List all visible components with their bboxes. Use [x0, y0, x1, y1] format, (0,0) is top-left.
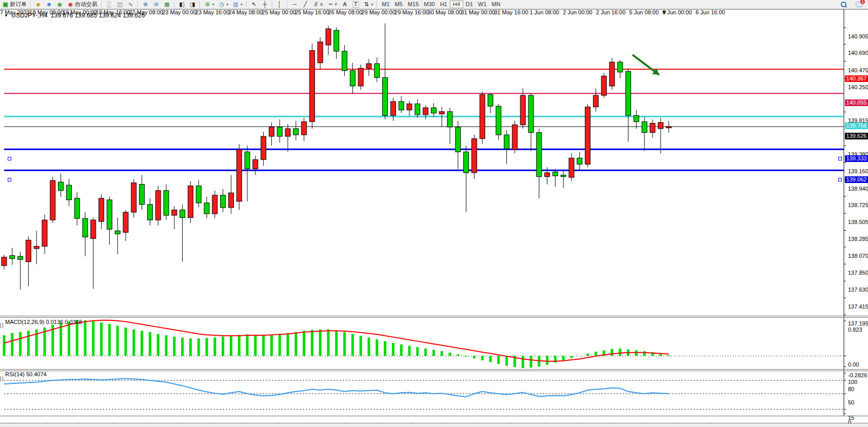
text-label-icon: T	[352, 1, 359, 8]
time-axis-label: 19 May 00:00	[63, 9, 97, 15]
toolbar-separator	[287, 1, 288, 8]
chart-window[interactable]: ▼ USDJPY-,H4 139.676 139.685 139.624 139…	[0, 9, 868, 423]
rsi-tick-label: 80	[848, 386, 854, 392]
rsi-tick-label: 100	[848, 379, 857, 385]
timeframe-button-m5[interactable]: M5	[392, 1, 405, 8]
toolbar-separator	[200, 1, 201, 8]
timeframe-button-d1[interactable]: D1	[463, 1, 476, 8]
time-axis-label: 31 May 00:00	[461, 9, 495, 15]
profile-icon: ☻	[46, 1, 52, 8]
candle-chart-button[interactable]: ◫	[114, 1, 125, 8]
periods-button[interactable]: ◷▾	[216, 1, 231, 8]
crosshair-tool-button[interactable]: ┼	[260, 1, 270, 8]
timeframe-button-h1[interactable]: H1	[438, 1, 450, 8]
templates-button[interactable]: ▥▾	[230, 1, 245, 8]
price-level-badge: 139.626	[845, 133, 868, 139]
search-button[interactable]	[839, 1, 849, 8]
new-order-label: 新订单	[10, 1, 27, 8]
price-tick-label: 139.160	[848, 168, 868, 174]
new-order-icon: ▣	[2, 1, 9, 8]
toolbar-separator	[101, 1, 102, 8]
price-level-badge: 140.055	[845, 99, 868, 106]
line-chart-icon: ∿	[127, 1, 134, 8]
horizontal-line-icon: ─	[291, 1, 298, 8]
time-axis-label: 30 May 08:00	[428, 9, 462, 15]
bar-chart-button[interactable]: 𝄛	[104, 1, 114, 8]
auto-trading-button[interactable]: ◉ 自动交易	[65, 1, 100, 8]
line-chart-button[interactable]: ∿	[125, 1, 136, 8]
crosshair-icon: ┼	[262, 1, 268, 8]
timeframe-button-m30[interactable]: M30	[421, 1, 437, 8]
price-tick-label: 138.505	[848, 219, 868, 225]
time-axis-label: 19 May 16:00	[96, 9, 130, 15]
signals-button[interactable]: ◉	[54, 1, 65, 8]
profiles-button[interactable]: ☻	[44, 1, 54, 8]
zoom-in-button[interactable]: ⊕	[140, 1, 151, 8]
indicators-button[interactable]: ⊞▾	[202, 1, 216, 8]
chevron-down-icon: ▾	[212, 3, 214, 7]
pane-resize-grip[interactable]	[1, 376, 3, 381]
text-icon: A	[342, 1, 348, 8]
price-tick-label: 140.250	[848, 84, 868, 90]
label-tool-button[interactable]: T	[350, 1, 361, 8]
time-axis-label: 31 May 16:00	[494, 9, 528, 15]
timeframe-button-w1[interactable]: W1	[476, 1, 489, 8]
time-axis-label: 22 May 08:00	[129, 9, 163, 15]
time-axis-label: 2 Jun 00:00	[563, 9, 593, 15]
new-order-button[interactable]: ▣ 新订单	[0, 1, 29, 8]
hline-tool-button[interactable]: ─	[289, 1, 300, 8]
level-handle-left[interactable]	[8, 178, 11, 181]
pane-resize-grip[interactable]	[1, 323, 3, 328]
chart-shift-button[interactable]: ◨	[187, 1, 198, 8]
chart-canvas[interactable]	[0, 9, 868, 427]
channel-tool-label: E	[321, 2, 323, 7]
arrows-tool-button[interactable]: ⇅▾	[361, 1, 376, 8]
cursor-tool-button[interactable]: ↖	[249, 1, 260, 8]
chat-bubble-icon: 1	[856, 2, 863, 7]
vertical-line-icon: │	[277, 1, 283, 8]
level-handle-right[interactable]	[838, 157, 842, 160]
price-tick-label: 137.415	[848, 303, 868, 310]
level-handle-right[interactable]	[838, 178, 842, 181]
time-axis-label: 25 May 16:00	[295, 9, 329, 15]
paint-bucket-icon: ◆	[35, 1, 42, 8]
price-tick-label: 138.285	[848, 236, 868, 242]
trendline-icon: ╱	[302, 1, 309, 8]
trendline-tool-button[interactable]: ╱	[300, 1, 311, 8]
styler-button[interactable]: ◆	[33, 1, 44, 8]
fibo-tool-button[interactable]: ┅F	[325, 1, 340, 8]
time-axis-label: 6 Jun 00:00	[662, 9, 692, 15]
toolbar-separator	[137, 1, 139, 8]
fibo-tool-label: F	[335, 2, 338, 7]
chat-button[interactable]: 1	[854, 1, 865, 8]
bar-chart-icon: 𝄛	[106, 1, 112, 8]
level-handle-left[interactable]	[8, 157, 11, 160]
timeframe-button-h4[interactable]: H4	[450, 1, 463, 8]
timeframe-button-mn[interactable]: MN	[489, 1, 503, 8]
zoom-out-button[interactable]: ⊖	[151, 1, 162, 8]
time-axis-label: 17 May 2023	[0, 9, 30, 15]
price-level-badge: 140.367	[845, 75, 868, 82]
time-axis-label: 23 May 00:00	[162, 9, 196, 15]
auto-scroll-button[interactable]: ◧	[176, 1, 187, 8]
channel-tool-button[interactable]: ⫻E	[311, 1, 325, 8]
toolbar-separator	[377, 1, 378, 8]
price-tick-label: 140.905	[848, 33, 868, 39]
zoom-out-icon: ⊖	[153, 1, 160, 8]
tile-windows-button[interactable]: ▦	[162, 1, 172, 8]
toolbar-separator	[30, 1, 31, 8]
price-tick-label: 137.630	[848, 287, 868, 293]
vline-tool-button[interactable]: │	[274, 1, 285, 8]
zoom-in-icon: ⊕	[142, 1, 149, 8]
timeframe-button-m1[interactable]: M1	[379, 1, 392, 8]
price-level-badge: 139.333	[845, 155, 868, 162]
time-axis-label: 6 Jun 16:00	[696, 9, 725, 15]
price-tick-label: 138.940	[848, 186, 868, 192]
auto-scroll-icon: ◧	[179, 1, 185, 8]
text-tool-button[interactable]: A	[340, 1, 350, 8]
timeframe-button-m15[interactable]: M15	[405, 1, 421, 8]
candles-layer	[2, 24, 672, 290]
time-axis-label: 26 May 08:00	[328, 9, 363, 15]
price-level-badge: 139.756	[845, 123, 868, 129]
toolbar-separator	[246, 1, 247, 8]
